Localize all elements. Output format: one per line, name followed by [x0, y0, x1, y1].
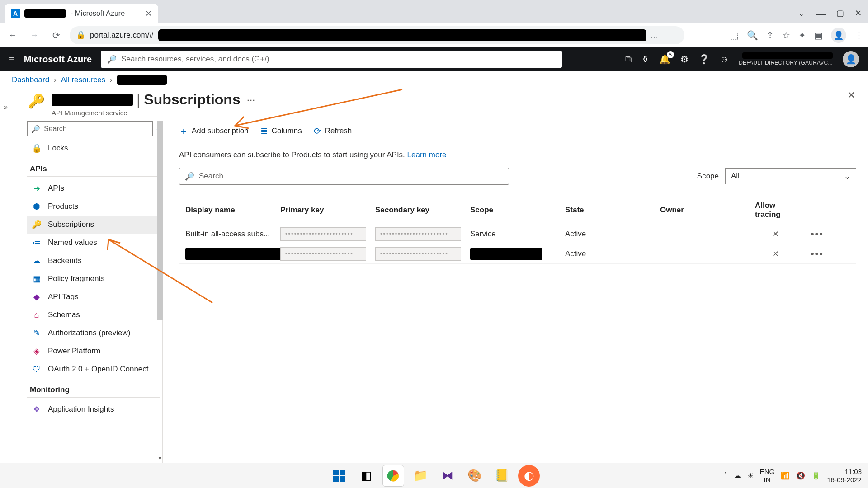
battery-icon[interactable]: 🔋 [811, 471, 821, 480]
help-icon[interactable]: ❔ [698, 54, 710, 65]
sidebar-item-oauth[interactable]: 🛡 OAuth 2.0 + OpenID Connect [27, 360, 160, 378]
sidebar-item-named-values[interactable]: ≔ Named values [27, 234, 160, 252]
th-display-name[interactable]: Display name [185, 206, 280, 215]
columns-button[interactable]: ≣ Columns [260, 126, 302, 136]
th-secondary-key[interactable]: Secondary key [375, 206, 470, 215]
crumb-all-resources[interactable]: All resources [61, 75, 105, 84]
nav-forward-button[interactable]: → [26, 27, 42, 43]
sidebar-item-products[interactable]: ⬢ Products [27, 197, 160, 216]
chrome-menu-icon[interactable]: ⋮ [854, 30, 863, 41]
sidebar-item-api-tags[interactable]: ◆ API Tags [27, 288, 160, 306]
add-subscription-button[interactable]: ＋ Add subscription [179, 125, 249, 137]
backends-icon: ☁ [32, 256, 42, 266]
zoom-icon[interactable]: 🔍 [747, 30, 758, 41]
tab-close-icon[interactable]: ✕ [145, 9, 152, 19]
primary-key-field[interactable]: ••••••••••••••••••••••• [280, 227, 366, 241]
paint-taskbar-icon[interactable]: 🎨 [464, 465, 486, 487]
settings-icon[interactable]: ⚙ [680, 54, 689, 65]
new-tab-button[interactable]: ＋ [162, 5, 178, 22]
sidebar-item-apis[interactable]: ➜ APIs [27, 179, 160, 197]
nav-reload-button[interactable]: ⟳ [48, 27, 64, 43]
table-row[interactable]: ••••••••••••••••••••••• ••••••••••••••••… [179, 244, 856, 264]
onedrive-icon[interactable]: ☁ [734, 471, 741, 480]
share-icon[interactable]: ⇪ [766, 30, 774, 41]
sidebar-scrollbar[interactable] [157, 121, 163, 320]
postman-taskbar-icon[interactable]: ◐ [518, 465, 540, 487]
sidebar-item-policy-fragments[interactable]: ▦ Policy fragments [27, 270, 160, 288]
shield-icon: 🛡 [32, 365, 42, 374]
sidebar-search[interactable]: 🔎 Search [27, 121, 153, 136]
bookmark-icon[interactable]: ☆ [782, 30, 790, 41]
sidebar-item-label: APIs [48, 184, 64, 193]
scope-label: Scope [697, 172, 719, 181]
clock[interactable]: 11:03 16-09-2022 [827, 468, 862, 484]
notepad-taskbar-icon[interactable]: 📒 [491, 465, 513, 487]
window-minimize-icon[interactable]: — [816, 8, 826, 20]
account-avatar[interactable]: 👤 [843, 51, 859, 67]
th-state[interactable]: State [565, 206, 660, 215]
search-icon: 🔎 [31, 125, 40, 133]
sidebar-item-schemas[interactable]: ⌂ Schemas [27, 306, 160, 324]
sidebar-item-backends[interactable]: ☁ Backends [27, 252, 160, 270]
page-more-icon[interactable]: ⋯ [247, 95, 255, 105]
th-allow-tracing[interactable]: Allow tracing [755, 201, 796, 219]
plus-icon: ＋ [179, 125, 188, 137]
sidepanel-icon[interactable]: ▣ [814, 30, 823, 41]
svg-rect-3 [340, 470, 345, 475]
sidebar-item-label: Locks [48, 144, 68, 153]
address-bar[interactable]: 🔒 portal.azure.com/# ... [70, 26, 684, 44]
sidebar-group-apis: APIs [27, 157, 160, 177]
close-blade-icon[interactable]: ✕ [847, 89, 855, 101]
secondary-key-field[interactable]: ••••••••••••••••••••••• [375, 247, 461, 261]
primary-key-field[interactable]: ••••••••••••••••••••••• [280, 247, 366, 261]
table-row[interactable]: Built-in all-access subs... ••••••••••••… [179, 224, 856, 244]
sidebar-item-power-platform[interactable]: ◈ Power Platform [27, 342, 160, 360]
filter-icon[interactable]: ⚱ [642, 54, 649, 65]
visual-studio-taskbar-icon[interactable]: ⧓ [437, 465, 458, 487]
tray-chevron-icon[interactable]: ˄ [724, 471, 727, 480]
chevron-down-icon[interactable]: ⌄ [798, 8, 805, 20]
azure-brand[interactable]: Microsoft Azure [24, 54, 92, 65]
weather-icon[interactable]: ☀ [747, 471, 754, 480]
azure-search[interactable]: 🔎 Search resources, services, and docs (… [101, 51, 562, 68]
chrome-taskbar-icon[interactable] [382, 465, 404, 487]
secondary-key-field[interactable]: ••••••••••••••••••••••• [375, 227, 461, 241]
th-owner[interactable]: Owner [660, 206, 755, 215]
taskview-icon[interactable]: ◧ [355, 465, 377, 487]
sidebar-item-subscriptions[interactable]: 🔑 Subscriptions [27, 216, 160, 234]
language-indicator[interactable]: ENG IN [760, 468, 775, 484]
volume-icon[interactable]: 🔇 [796, 471, 805, 480]
hamburger-icon[interactable]: ≡ [9, 53, 15, 65]
sidebar-item-application-insights[interactable]: ❖ Application Insights [27, 400, 160, 418]
notifications-button[interactable]: 🔔 5 [659, 54, 670, 65]
table-header-row: Display name Primary key Secondary key S… [179, 197, 856, 224]
profile-avatar[interactable]: 👤 [831, 28, 846, 43]
cloud-shell-icon[interactable]: ⧉ [625, 54, 632, 65]
sidebar-item-label: Policy fragments [48, 274, 105, 283]
browser-toolbar: ← → ⟳ 🔒 portal.azure.com/# ... ⬚ 🔍 ⇪ ☆ ✦… [0, 23, 868, 47]
sidebar-item-label: API Tags [48, 292, 79, 301]
th-scope[interactable]: Scope [470, 206, 565, 215]
columns-icon: ≣ [260, 126, 268, 136]
scope-select[interactable]: All ⌄ [725, 168, 856, 184]
th-primary-key[interactable]: Primary key [280, 206, 375, 215]
explorer-taskbar-icon[interactable]: 📁 [410, 465, 431, 487]
wifi-icon[interactable]: 📶 [781, 471, 790, 480]
subscriptions-search[interactable]: 🔎 Search [179, 168, 509, 185]
extensions-icon[interactable]: ✦ [798, 30, 806, 41]
browser-tab[interactable]: A - Microsoft Azure ✕ [5, 4, 158, 23]
crumb-dashboard[interactable]: Dashboard [12, 75, 49, 84]
learn-more-link[interactable]: Learn more [407, 150, 447, 159]
row-menu-icon[interactable]: ••• [796, 228, 827, 240]
refresh-button[interactable]: ⟳ Refresh [314, 126, 352, 136]
nav-back-button[interactable]: ← [5, 27, 21, 43]
start-button[interactable] [328, 465, 350, 487]
window-close-icon[interactable]: ✕ [855, 8, 862, 20]
lock-icon: 🔒 [32, 143, 42, 153]
window-maximize-icon[interactable]: ▢ [836, 8, 844, 20]
sidebar-item-authorizations[interactable]: ✎ Authorizations (preview) [27, 324, 160, 342]
feedback-icon[interactable]: ☺ [720, 54, 729, 65]
row-menu-icon[interactable]: ••• [796, 248, 827, 260]
install-app-icon[interactable]: ⬚ [730, 30, 739, 41]
sidebar-item-locks[interactable]: 🔒 Locks [27, 139, 160, 157]
